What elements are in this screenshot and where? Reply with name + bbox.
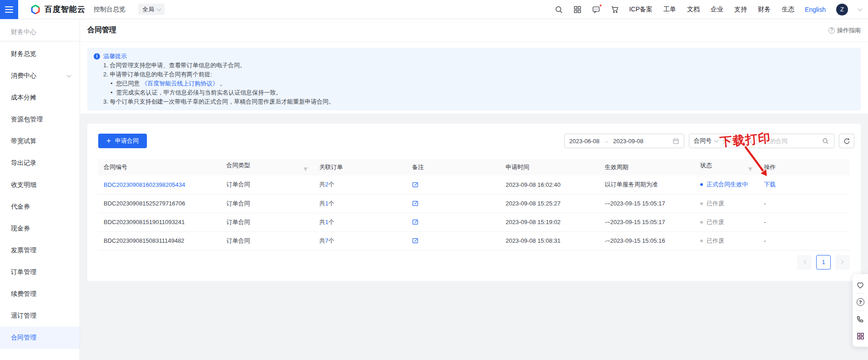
search-button[interactable] [817,134,834,148]
col-action: 操作 [758,159,850,175]
sidebar-item[interactable]: 现金券 [0,218,80,240]
filter-icon[interactable] [303,167,308,174]
chevron-down-icon [714,138,719,143]
sidebar-item[interactable]: 续费管理 [0,283,80,305]
table-row: BDC202309081519011093241 订单合同 共1个 2023-0… [98,213,850,231]
contract-number: BDC202309081519011093241 [104,219,185,225]
page-header: 合同管理 ? 操作指南 [80,19,868,42]
sidebar-item-label: 续费管理 [11,290,36,298]
prev-page-button[interactable] [797,255,812,270]
contract-number-link[interactable]: BDC202309081602398205434 [104,181,185,188]
status-badge: 已作废 [700,200,753,208]
apps-icon[interactable] [853,328,868,345]
sidebar-item[interactable]: 订单管理 [0,261,80,283]
sidebar-item[interactable]: 资源包管理 [0,109,80,130]
nav-link[interactable]: 支持 [734,5,747,14]
chevron-down-icon[interactable] [858,6,863,11]
nav-link[interactable]: 文档 [687,5,700,14]
search-input[interactable] [722,138,817,145]
phone-icon[interactable] [853,311,868,328]
sidebar-item[interactable]: 退订管理 [0,305,80,327]
brand-logo[interactable]: 百度智能云 [30,4,85,15]
hamburger-menu-button[interactable] [0,0,18,19]
region-selector-value: 全局 [142,5,154,14]
sidebar-item[interactable]: 收支明细 [0,174,80,196]
sidebar-item[interactable]: 发票管理 [0,240,80,261]
notice-line: 1. 合同管理支持您申请、查看带订单信息的电子合同。 [94,61,853,70]
apps-grid-icon[interactable] [573,5,582,14]
sidebar-item-label: 退订管理 [11,312,36,320]
sidebar-item-label: 收支明细 [11,181,36,189]
notice-line: 3. 每个订单只支持创建一次带电子章的正式合同，草稿合同需作废后才能重新申请合同… [94,97,853,106]
agreement-link[interactable]: 《百度智能云线上订购协议》 [141,80,218,87]
refresh-button[interactable] [839,134,854,148]
contract-type: 订单合同 [226,219,250,225]
status-dot [700,240,703,242]
col-remark: 备注 [406,159,500,175]
related-orders: 共2个 [319,181,334,188]
sidebar-item-label: 带宽试算 [11,137,36,145]
edit-remark-icon[interactable] [412,200,419,207]
apply-contract-button[interactable]: + 申请合同 [98,134,147,148]
date-start-value: 2023-06-08 [569,138,600,145]
search-category-dropdown[interactable]: 合同号 [689,137,722,145]
avatar[interactable]: Z [836,4,848,15]
effective-period: -~2023-09-15 15:05:17 [605,200,665,207]
nav-link[interactable]: 工单 [663,5,676,14]
operation-guide-link[interactable]: ? 操作指南 [828,26,861,35]
contract-type: 订单合同 [226,237,250,244]
edit-remark-icon[interactable] [412,237,419,244]
table-row: BDC202309081525279716706 订单合同 共1个 2023-0… [98,194,850,213]
cart-icon[interactable] [611,5,619,14]
status-dot [700,202,703,205]
sidebar-item-label: 订单管理 [11,268,36,276]
sidebar-item[interactable]: 成本分摊 [0,87,80,109]
divider [0,41,80,41]
page-number-current[interactable]: 1 [816,255,831,270]
nav-link[interactable]: 财务 [758,5,771,14]
contract-number: BDC202309081508311149482 [104,237,184,244]
info-icon: i [94,53,100,60]
date-range-picker[interactable]: 2023-06-08 → 2023-09-08 [564,134,684,148]
chevron-down-icon [157,6,161,11]
action-cell: - [764,219,766,225]
filter-icon[interactable] [748,167,753,174]
sidebar-item-label: 导出记录 [11,159,36,167]
next-page-button[interactable] [835,255,850,270]
table-header-row: 合同编号 合同类型 关联订单 备注 申请时间 生效周期 状态 操作 [98,159,850,175]
heart-icon[interactable] [853,276,868,293]
sidebar-item[interactable]: 带宽试算 [0,130,80,152]
sidebar-item[interactable]: 代金券 [0,196,80,218]
nav-link[interactable]: ICP备案 [629,5,652,14]
col-effective-period: 生效周期 [599,159,695,175]
col-apply-time: 申请时间 [500,159,599,175]
card-toolbar: + 申请合同 2023-06-08 → 2023-09-08 合同号 [87,124,861,148]
sidebar-item[interactable]: 合同管理 [0,327,80,349]
edit-remark-icon[interactable] [412,219,419,225]
apply-time: 2023-09-08 15:19:02 [506,219,561,225]
table-row: BDC202309081602398205434 订单合同 共2个 2023-0… [98,175,850,194]
search-icon[interactable] [555,5,563,14]
sidebar-item[interactable]: 消费中心 [0,65,80,87]
status-badge: 已作废 [700,218,753,226]
nav-link[interactable]: 生态 [782,5,794,14]
language-switch-link[interactable]: English [805,6,826,13]
notice-title: i 温馨提示 [94,52,853,61]
console-overview-link[interactable]: 控制台总览 [94,5,125,14]
table-row: BDC202309081508311149482 订单合同 共7个 2023-0… [98,231,850,250]
help-icon[interactable]: ? [853,294,868,310]
sidebar-item[interactable]: 导出记录 [0,152,80,174]
edit-remark-icon[interactable] [412,181,419,188]
main-content: 合同管理 ? 操作指南 i 温馨提示 1. 合同管理支持您申请、查看带订单信息的… [80,19,868,360]
sidebar-menu: 财务总览 消费中心 成本分摊 资源包管理 带宽试算 导出记录 收支明细 代金券 … [0,43,80,349]
message-icon[interactable] [592,5,600,14]
navbar-right: ICP备案 工单 文档 企业 支持 财务 生态 English Z [555,4,868,15]
nav-link[interactable]: 企业 [711,5,723,14]
apply-time: 2023-09-08 15:25:27 [506,200,561,207]
brand-name: 百度智能云 [45,4,85,15]
region-selector[interactable]: 全局 [138,4,165,15]
sidebar-item[interactable]: 财务总览 [0,43,80,65]
sidebar-item-label: 资源包管理 [11,115,43,124]
effective-period: 以订单服务周期为准 [605,181,658,188]
download-link[interactable]: 下载 [764,181,776,188]
